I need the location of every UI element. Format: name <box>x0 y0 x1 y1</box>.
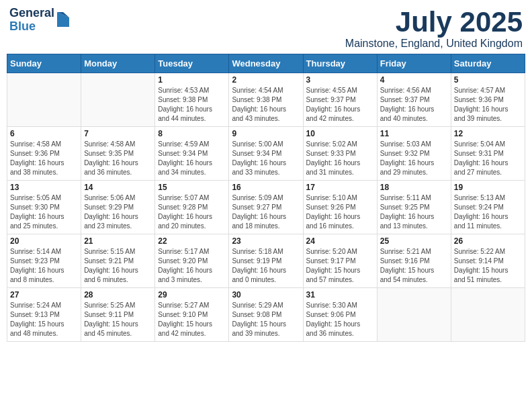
day-info: Sunrise: 5:29 AM Sunset: 9:08 PM Dayligh… <box>232 301 300 338</box>
day-info: Sunrise: 5:13 AM Sunset: 9:24 PM Dayligh… <box>454 193 522 231</box>
calendar-cell: 6Sunrise: 4:58 AM Sunset: 9:36 PM Daylig… <box>7 127 81 181</box>
calendar-table: SundayMondayTuesdayWednesdayThursdayFrid… <box>7 54 525 342</box>
day-info: Sunrise: 5:24 AM Sunset: 9:13 PM Dayligh… <box>10 301 78 338</box>
day-info: Sunrise: 5:09 AM Sunset: 9:27 PM Dayligh… <box>232 193 300 231</box>
weekday-header: Friday <box>377 54 451 73</box>
day-number: 24 <box>306 236 374 246</box>
logo-icon <box>57 12 69 27</box>
location: Mainstone, England, United Kingdom <box>345 38 523 50</box>
logo-general: General <box>9 7 54 20</box>
day-info: Sunrise: 5:21 AM Sunset: 9:16 PM Dayligh… <box>380 247 448 285</box>
weekday-header: Monday <box>81 54 155 73</box>
calendar-cell: 30Sunrise: 5:29 AM Sunset: 9:08 PM Dayli… <box>229 288 303 342</box>
day-number: 14 <box>84 183 152 192</box>
day-info: Sunrise: 5:05 AM Sunset: 9:30 PM Dayligh… <box>10 193 78 231</box>
day-number: 16 <box>232 183 300 192</box>
day-info: Sunrise: 5:00 AM Sunset: 9:34 PM Dayligh… <box>232 140 300 177</box>
calendar-cell: 16Sunrise: 5:09 AM Sunset: 9:27 PM Dayli… <box>229 181 303 234</box>
day-number: 31 <box>306 290 374 300</box>
day-number: 1 <box>158 75 226 85</box>
page-header: General Blue July 2025 Mainstone, Englan… <box>7 7 525 50</box>
day-info: Sunrise: 5:07 AM Sunset: 9:28 PM Dayligh… <box>158 193 226 231</box>
day-info: Sunrise: 5:11 AM Sunset: 9:25 PM Dayligh… <box>380 193 448 231</box>
calendar-cell: 3Sunrise: 4:55 AM Sunset: 9:37 PM Daylig… <box>303 73 377 127</box>
day-number: 7 <box>84 129 152 138</box>
calendar-cell <box>377 288 451 342</box>
day-number: 3 <box>306 75 374 85</box>
day-number: 29 <box>158 290 226 300</box>
day-info: Sunrise: 5:14 AM Sunset: 9:23 PM Dayligh… <box>10 247 78 285</box>
calendar-cell <box>451 288 525 342</box>
calendar-cell: 11Sunrise: 5:03 AM Sunset: 9:32 PM Dayli… <box>377 127 451 181</box>
month-title: July 2025 <box>345 7 523 38</box>
logo-text: General Blue <box>9 7 54 34</box>
calendar-cell: 28Sunrise: 5:25 AM Sunset: 9:11 PM Dayli… <box>81 288 155 342</box>
day-number: 21 <box>84 236 152 246</box>
calendar-cell: 10Sunrise: 5:02 AM Sunset: 9:33 PM Dayli… <box>303 127 377 181</box>
calendar-cell: 7Sunrise: 4:58 AM Sunset: 9:35 PM Daylig… <box>81 127 155 181</box>
day-info: Sunrise: 4:57 AM Sunset: 9:36 PM Dayligh… <box>454 86 522 124</box>
day-number: 2 <box>232 75 300 85</box>
calendar-week-row: 1Sunrise: 4:53 AM Sunset: 9:38 PM Daylig… <box>7 73 525 127</box>
calendar-week-row: 13Sunrise: 5:05 AM Sunset: 9:30 PM Dayli… <box>7 181 525 234</box>
calendar-week-row: 20Sunrise: 5:14 AM Sunset: 9:23 PM Dayli… <box>7 234 525 288</box>
calendar-cell: 12Sunrise: 5:04 AM Sunset: 9:31 PM Dayli… <box>451 127 525 181</box>
calendar-cell <box>81 73 155 127</box>
calendar-cell: 4Sunrise: 4:56 AM Sunset: 9:37 PM Daylig… <box>377 73 451 127</box>
day-info: Sunrise: 4:56 AM Sunset: 9:37 PM Dayligh… <box>380 86 448 124</box>
calendar-cell: 26Sunrise: 5:22 AM Sunset: 9:14 PM Dayli… <box>451 234 525 288</box>
day-info: Sunrise: 4:58 AM Sunset: 9:36 PM Dayligh… <box>10 140 78 177</box>
weekday-header: Thursday <box>303 54 377 73</box>
calendar-cell: 31Sunrise: 5:30 AM Sunset: 9:06 PM Dayli… <box>303 288 377 342</box>
day-info: Sunrise: 5:04 AM Sunset: 9:31 PM Dayligh… <box>454 140 522 177</box>
day-info: Sunrise: 5:06 AM Sunset: 9:29 PM Dayligh… <box>84 193 152 231</box>
day-info: Sunrise: 5:03 AM Sunset: 9:32 PM Dayligh… <box>380 140 448 177</box>
day-number: 22 <box>158 236 226 246</box>
calendar-cell: 27Sunrise: 5:24 AM Sunset: 9:13 PM Dayli… <box>7 288 81 342</box>
day-info: Sunrise: 5:10 AM Sunset: 9:26 PM Dayligh… <box>306 193 374 231</box>
day-info: Sunrise: 5:15 AM Sunset: 9:21 PM Dayligh… <box>84 247 152 285</box>
calendar-cell: 13Sunrise: 5:05 AM Sunset: 9:30 PM Dayli… <box>7 181 81 234</box>
day-info: Sunrise: 5:22 AM Sunset: 9:14 PM Dayligh… <box>454 247 522 285</box>
logo: General Blue <box>9 7 69 34</box>
day-info: Sunrise: 4:55 AM Sunset: 9:37 PM Dayligh… <box>306 86 374 124</box>
day-info: Sunrise: 4:54 AM Sunset: 9:38 PM Dayligh… <box>232 86 300 124</box>
calendar-week-row: 27Sunrise: 5:24 AM Sunset: 9:13 PM Dayli… <box>7 288 525 342</box>
day-info: Sunrise: 5:30 AM Sunset: 9:06 PM Dayligh… <box>306 301 374 338</box>
day-info: Sunrise: 5:17 AM Sunset: 9:20 PM Dayligh… <box>158 247 226 285</box>
calendar-cell: 20Sunrise: 5:14 AM Sunset: 9:23 PM Dayli… <box>7 234 81 288</box>
calendar-cell: 19Sunrise: 5:13 AM Sunset: 9:24 PM Dayli… <box>451 181 525 234</box>
day-number: 10 <box>306 129 374 138</box>
calendar-cell: 18Sunrise: 5:11 AM Sunset: 9:25 PM Dayli… <box>377 181 451 234</box>
calendar-cell: 22Sunrise: 5:17 AM Sunset: 9:20 PM Dayli… <box>155 234 229 288</box>
weekday-header: Wednesday <box>229 54 303 73</box>
weekday-header: Sunday <box>7 54 81 73</box>
calendar-cell: 8Sunrise: 4:59 AM Sunset: 9:34 PM Daylig… <box>155 127 229 181</box>
day-number: 5 <box>454 75 522 85</box>
calendar-cell <box>7 73 81 127</box>
day-number: 30 <box>232 290 300 300</box>
day-number: 18 <box>380 183 448 192</box>
calendar-cell: 17Sunrise: 5:10 AM Sunset: 9:26 PM Dayli… <box>303 181 377 234</box>
day-number: 11 <box>380 129 448 138</box>
calendar-cell: 29Sunrise: 5:27 AM Sunset: 9:10 PM Dayli… <box>155 288 229 342</box>
calendar-cell: 21Sunrise: 5:15 AM Sunset: 9:21 PM Dayli… <box>81 234 155 288</box>
day-info: Sunrise: 5:18 AM Sunset: 9:19 PM Dayligh… <box>232 247 300 285</box>
day-number: 19 <box>454 183 522 192</box>
day-number: 6 <box>10 129 78 138</box>
title-block: July 2025 Mainstone, England, United Kin… <box>345 7 523 50</box>
day-info: Sunrise: 5:20 AM Sunset: 9:17 PM Dayligh… <box>306 247 374 285</box>
calendar-cell: 5Sunrise: 4:57 AM Sunset: 9:36 PM Daylig… <box>451 73 525 127</box>
weekday-header-row: SundayMondayTuesdayWednesdayThursdayFrid… <box>7 54 525 73</box>
day-info: Sunrise: 4:58 AM Sunset: 9:35 PM Dayligh… <box>84 140 152 177</box>
day-number: 4 <box>380 75 448 85</box>
calendar-cell: 1Sunrise: 4:53 AM Sunset: 9:38 PM Daylig… <box>155 73 229 127</box>
day-number: 13 <box>10 183 78 192</box>
calendar-cell: 23Sunrise: 5:18 AM Sunset: 9:19 PM Dayli… <box>229 234 303 288</box>
day-info: Sunrise: 5:25 AM Sunset: 9:11 PM Dayligh… <box>84 301 152 338</box>
weekday-header: Tuesday <box>155 54 229 73</box>
day-number: 27 <box>10 290 78 300</box>
calendar-cell: 9Sunrise: 5:00 AM Sunset: 9:34 PM Daylig… <box>229 127 303 181</box>
day-number: 8 <box>158 129 226 138</box>
day-number: 15 <box>158 183 226 192</box>
